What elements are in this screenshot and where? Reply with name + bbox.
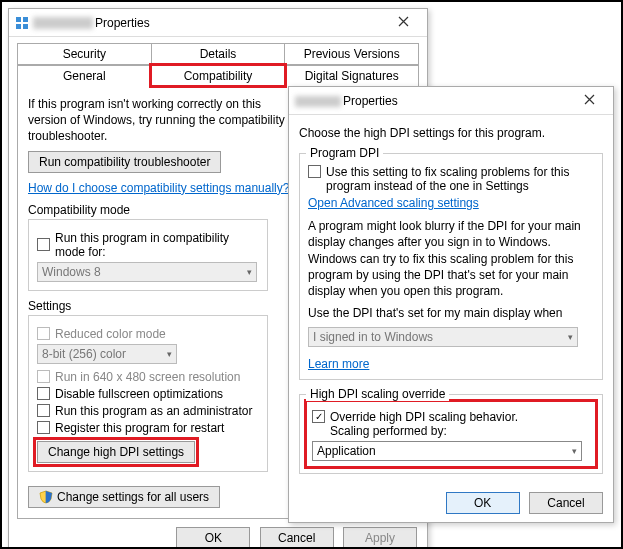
titlebar[interactable]: Properties bbox=[9, 9, 427, 37]
override-legend: High DPI scaling override bbox=[306, 387, 449, 401]
reduced-color-label: Reduced color mode bbox=[55, 327, 166, 341]
svg-rect-1 bbox=[23, 17, 28, 22]
learn-more-link[interactable]: Learn more bbox=[308, 357, 369, 371]
override-dpi-checkbox[interactable] bbox=[312, 410, 325, 423]
shield-icon bbox=[39, 490, 53, 504]
run-admin-checkbox[interactable] bbox=[37, 404, 50, 417]
reduced-color-checkbox[interactable] bbox=[37, 327, 50, 340]
compat-mode-checkbox[interactable] bbox=[37, 238, 50, 251]
use-dpi-when-label: Use the DPI that's set for my main displ… bbox=[308, 305, 594, 321]
svg-rect-3 bbox=[23, 24, 28, 29]
window-title: Properties bbox=[33, 16, 385, 30]
window-title: Properties bbox=[295, 94, 571, 108]
dialog-buttons: OK Cancel bbox=[289, 484, 613, 522]
color-depth-select[interactable]: 8-bit (256) color ▾ bbox=[37, 344, 177, 364]
change-high-dpi-button[interactable]: Change high DPI settings bbox=[37, 441, 195, 463]
advanced-scaling-link[interactable]: Open Advanced scaling settings bbox=[308, 196, 479, 210]
cancel-button[interactable]: Cancel bbox=[260, 527, 334, 549]
apply-button[interactable]: Apply bbox=[343, 527, 417, 549]
compat-mode-select[interactable]: Windows 8 ▾ bbox=[37, 262, 257, 282]
tab-general[interactable]: General bbox=[17, 65, 152, 86]
scaling-by-select[interactable]: Application ▾ bbox=[312, 441, 582, 461]
cancel-button[interactable]: Cancel bbox=[529, 492, 603, 514]
titlebar[interactable]: Properties bbox=[289, 87, 613, 115]
register-restart-label: Register this program for restart bbox=[55, 421, 224, 435]
dpi-intro: Choose the high DPI settings for this pr… bbox=[299, 125, 603, 141]
ok-button[interactable]: OK bbox=[176, 527, 250, 549]
disable-fullscreen-checkbox[interactable] bbox=[37, 387, 50, 400]
chevron-down-icon: ▾ bbox=[568, 332, 573, 342]
use-setting-checkbox[interactable] bbox=[308, 165, 321, 178]
svg-rect-0 bbox=[16, 17, 21, 22]
res640-label: Run in 640 x 480 screen resolution bbox=[55, 370, 240, 384]
compat-mode-label: Run this program in compatibility mode f… bbox=[55, 231, 259, 259]
program-dpi-legend: Program DPI bbox=[306, 146, 383, 160]
run-troubleshooter-button[interactable]: Run compatibility troubleshooter bbox=[28, 151, 221, 173]
tab-compatibility[interactable]: Compatibility bbox=[151, 65, 286, 86]
chevron-down-icon: ▾ bbox=[167, 349, 172, 359]
high-dpi-dialog: Properties Choose the high DPI settings … bbox=[288, 86, 614, 523]
use-setting-label: Use this setting to fix scaling problems… bbox=[326, 165, 594, 193]
disable-fullscreen-label: Disable fullscreen optimizations bbox=[55, 387, 223, 401]
ok-button[interactable]: OK bbox=[446, 492, 520, 514]
dpi-explain: A program might look blurry if the DPI f… bbox=[308, 218, 594, 299]
close-icon[interactable] bbox=[571, 94, 607, 108]
dpi-when-select[interactable]: I signed in to Windows ▾ bbox=[308, 327, 578, 347]
run-admin-label: Run this program as an administrator bbox=[55, 404, 252, 418]
override-dpi-label: Override high DPI scaling behavior. Scal… bbox=[330, 410, 518, 438]
intro-text: If this program isn't working correctly … bbox=[28, 96, 288, 145]
manual-settings-link[interactable]: How do I choose compatibility settings m… bbox=[28, 181, 289, 195]
svg-rect-2 bbox=[16, 24, 21, 29]
res640-checkbox[interactable] bbox=[37, 370, 50, 383]
chevron-down-icon: ▾ bbox=[572, 446, 577, 456]
tab-digital-signatures[interactable]: Digital Signatures bbox=[284, 65, 419, 86]
app-icon bbox=[15, 16, 29, 30]
change-all-users-button[interactable]: Change settings for all users bbox=[28, 486, 220, 508]
tab-details[interactable]: Details bbox=[151, 43, 286, 65]
chevron-down-icon: ▾ bbox=[247, 267, 252, 277]
close-icon[interactable] bbox=[385, 16, 421, 30]
tab-previous-versions[interactable]: Previous Versions bbox=[284, 43, 419, 65]
register-restart-checkbox[interactable] bbox=[37, 421, 50, 434]
tab-security[interactable]: Security bbox=[17, 43, 152, 65]
